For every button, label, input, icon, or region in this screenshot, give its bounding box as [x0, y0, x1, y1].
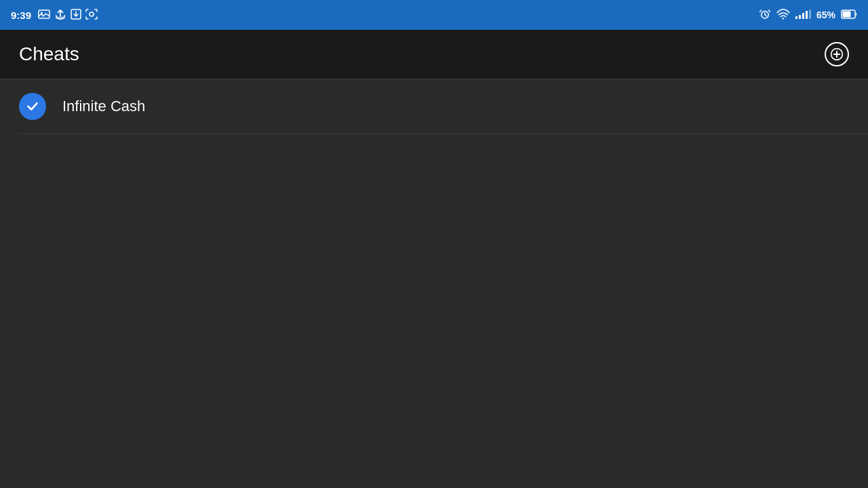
add-icon [830, 47, 844, 61]
svg-point-3 [90, 12, 94, 16]
battery-icon [841, 9, 857, 21]
svg-point-5 [783, 18, 784, 19]
status-icons [38, 9, 98, 22]
status-left: 9:39 [11, 9, 98, 22]
status-right: 65% [759, 8, 857, 22]
download-icon [71, 9, 81, 22]
gallery-icon [38, 9, 50, 22]
item-divider [19, 134, 868, 134]
checkmark-icon [25, 99, 40, 114]
status-time: 9:39 [11, 9, 31, 21]
status-bar: 9:39 [0, 0, 868, 30]
battery-text: 65% [816, 9, 835, 20]
sync-icon [54, 9, 66, 22]
alarm-icon [759, 8, 771, 22]
wifi-icon [776, 9, 790, 22]
cheat-label: Infinite Cash [62, 98, 145, 115]
list-item[interactable]: Infinite Cash [0, 79, 868, 134]
add-cheat-button[interactable] [825, 42, 849, 66]
svg-rect-7 [843, 11, 851, 17]
cheat-checked-icon [19, 93, 46, 120]
signal-icon [795, 9, 811, 21]
page-title: Cheats [19, 43, 79, 65]
cheats-list: Infinite Cash [0, 79, 868, 134]
screenshot-icon [85, 9, 98, 22]
app-bar: Cheats [0, 30, 868, 79]
